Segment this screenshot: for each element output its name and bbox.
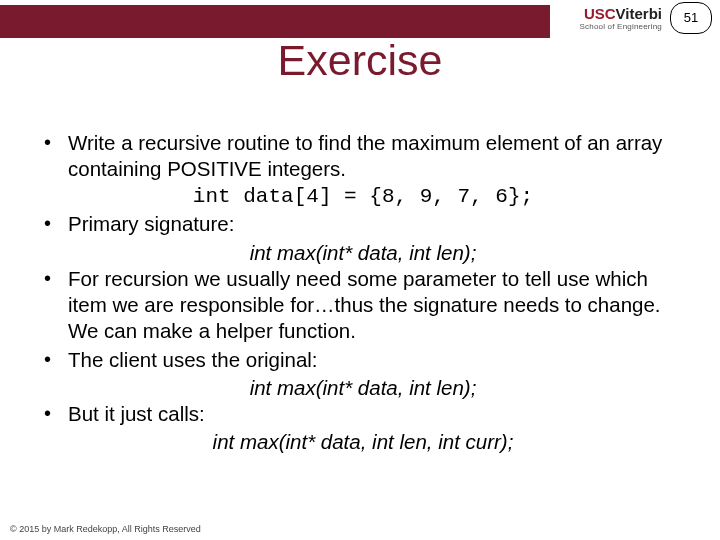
page-number: 51 — [670, 2, 712, 34]
code-line-1: int data[4] = {8, 9, 7, 6}; — [38, 184, 688, 211]
bullet-3: For recursion we usually need some param… — [38, 266, 688, 345]
bullet-2: Primary signature: — [38, 211, 688, 237]
signature-1: int max(int* data, int len); — [38, 240, 688, 266]
slide-title: Exercise — [0, 36, 720, 85]
bullet-1: Write a recursive routine to find the ma… — [38, 130, 688, 182]
slide-body: Write a recursive routine to find the ma… — [38, 130, 688, 455]
copyright-footer: © 2015 by Mark Redekopp, All Rights Rese… — [10, 524, 201, 534]
logo-viterbi: Viterbi — [616, 5, 662, 22]
logo-usc: USC — [584, 5, 616, 22]
slide: 51 USCViterbi School of Engineering Exer… — [0, 0, 720, 540]
bullet-5: But it just calls: — [38, 401, 688, 427]
logo-subtitle: School of Engineering — [550, 23, 662, 31]
logo: USCViterbi School of Engineering — [550, 6, 662, 31]
bullet-4: The client uses the original: — [38, 347, 688, 373]
header-bar — [0, 5, 550, 38]
logo-text: USCViterbi — [550, 6, 662, 21]
signature-2: int max(int* data, int len); — [38, 375, 688, 401]
signature-3: int max(int* data, int len, int curr); — [38, 429, 688, 455]
